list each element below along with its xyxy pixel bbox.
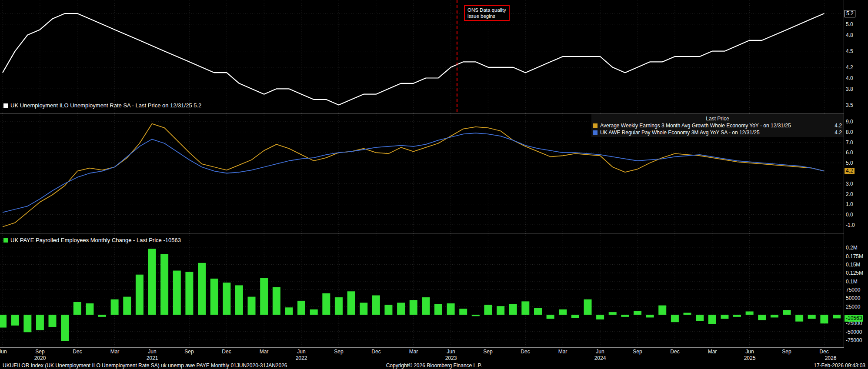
paye-bar (771, 315, 778, 317)
paye-bar (322, 293, 330, 315)
x-axis-labels: JunSepDecMarJunSepDecMarJunSepDecMarJunS… (0, 348, 844, 362)
paye-bar (820, 315, 828, 323)
x-axis-month-label: Dec (369, 349, 383, 355)
x-axis-month-label: Jun (294, 349, 308, 355)
y-axis-last-price-badge: -10563 (845, 315, 863, 322)
paye-bar (397, 303, 405, 315)
awe-regular-series-label: UK AWE Regular Pay Whole Economy 3M Avg … (600, 130, 760, 136)
y-axis-last-price-badge: 4.2 (845, 168, 855, 174)
paye-bar (235, 285, 243, 315)
paye-bar (571, 315, 579, 318)
paye-bar (23, 315, 31, 332)
paye-bar (621, 315, 629, 317)
y-axis-tick-label: 0.175M (846, 253, 863, 260)
y-axis-tick-label: 9.0 (846, 119, 853, 125)
y-axis-tick-label: 50000 (846, 295, 860, 302)
awe-total-series-swatch (593, 123, 598, 128)
x-axis-year-label: 2022 (293, 355, 310, 361)
y-axis-tick-label: -50000 (846, 329, 862, 336)
paye-bar (173, 271, 181, 315)
x-axis-month-label: Sep (780, 349, 794, 355)
paye-bar (198, 263, 206, 315)
paye-bar (547, 315, 554, 319)
paye-series-label: UK PAYE Payrolled Employees Monthly Chan… (10, 237, 181, 243)
y-axis-tick-label: 0.2M (846, 245, 858, 251)
panel-earnings[interactable]: Last Price Average Weekly Earnings 3 Mon… (0, 113, 844, 233)
y-axis-tick-label: 0.0 (846, 212, 853, 218)
x-axis-month-label: Jun (0, 349, 10, 355)
y-axis-tick-label: -1.0 (846, 222, 855, 229)
paye-bar (310, 309, 318, 315)
paye-bar (273, 287, 280, 315)
y-axis-tick-label: 2.0 (846, 191, 853, 198)
y-axis-tick-label: 3.5 (846, 102, 853, 109)
y-axis-tick-label: 0.1M (846, 279, 858, 285)
y-axis-tick-label: 8.0 (846, 129, 853, 136)
x-axis-year-label: 2024 (591, 355, 609, 361)
y-axis-tick-label: 0.15M (846, 262, 860, 268)
legend-paye[interactable]: UK PAYE Payrolled Employees Monthly Chan… (3, 237, 181, 243)
awe-regular-series-swatch (593, 130, 598, 135)
paye-bar (472, 315, 480, 316)
x-axis-month-label: Jun (444, 349, 458, 355)
y-axis-tick-label: 4.2 (846, 64, 853, 71)
paye-chart-canvas[interactable] (0, 233, 844, 347)
legend-title-last-price: Last Price (593, 115, 842, 122)
paye-bar (347, 291, 355, 315)
x-axis-month-label: Sep (33, 349, 47, 355)
x-axis-month-label: Jun (145, 349, 159, 355)
y-axis-tick-label: 4.0 (846, 75, 853, 82)
paye-bar (509, 304, 517, 315)
y-axis-tick-label: -75000 (846, 337, 862, 344)
x-axis-month-label: Mar (257, 349, 271, 355)
paye-bar (49, 315, 57, 327)
x-axis-month-label: Dec (817, 349, 831, 355)
paye-bar (521, 301, 529, 315)
paye-bar (459, 309, 467, 315)
ons-data-quality-annotation: ONS Data quality issue begins (464, 5, 510, 21)
paye-bar (746, 312, 754, 315)
paye-bar (384, 305, 392, 315)
panel-unemployment[interactable]: ONS Data quality issue begins UK Unemplo… (0, 0, 844, 113)
paye-bar (795, 315, 803, 321)
paye-bar (61, 315, 69, 341)
awe-total-series-label: Average Weekly Earnings 3 Month Avg Grow… (600, 123, 791, 129)
paye-bar (609, 312, 617, 315)
paye-bar (422, 297, 430, 315)
unemployment-chart-canvas[interactable] (0, 0, 844, 113)
paye-bar (86, 303, 93, 315)
legend-row-awe-total[interactable]: Average Weekly Earnings 3 Month Avg Grow… (593, 122, 842, 129)
unemployment-series-label: UK Unemployment ILO Unemployment Rate SA… (10, 102, 201, 109)
paye-bar (335, 297, 343, 315)
bloomberg-terminal-chart: ONS Data quality issue begins UK Unemplo… (0, 0, 868, 369)
paye-bar (372, 296, 380, 315)
awe-total-last-price: 4.2 (835, 123, 842, 129)
paye-bar (808, 315, 816, 319)
paye-bar (148, 249, 156, 315)
paye-bar (136, 275, 144, 315)
paye-bar (123, 297, 131, 315)
paye-bar (634, 311, 641, 315)
x-axis-month-label: Mar (705, 349, 719, 355)
legend-row-awe-regular[interactable]: UK AWE Regular Pay Whole Economy 3M Avg … (593, 129, 842, 136)
x-axis-month-label: Dec (518, 349, 532, 355)
x-axis-month-label: Mar (108, 349, 122, 355)
footer-copyright: Copyright© 2026 Bloomberg Finance L.P. (386, 362, 482, 369)
paye-bar (434, 304, 442, 315)
paye-bar (497, 306, 504, 315)
x-axis-year-label: 2025 (741, 355, 758, 361)
paye-bar (484, 305, 492, 315)
paye-bar (584, 299, 592, 315)
paye-bar (111, 299, 119, 315)
x-axis-month-label: Sep (481, 349, 495, 355)
paye-bar (534, 308, 542, 315)
y-axis-tick-label: 3.8 (846, 86, 853, 93)
status-bar: UKUEILOR Index (UK Unemployment ILO Unem… (0, 362, 868, 369)
footer-security-info: UKUEILOR Index (UK Unemployment ILO Unem… (3, 362, 386, 369)
paye-bar (559, 309, 567, 315)
y-axis-tick-label: 3.0 (846, 181, 853, 187)
paye-bar (223, 283, 230, 315)
legend-unemployment[interactable]: UK Unemployment ILO Unemployment Rate SA… (3, 102, 201, 109)
paye-bar (185, 272, 193, 315)
panel-paye[interactable]: UK PAYE Payrolled Employees Monthly Chan… (0, 233, 844, 348)
